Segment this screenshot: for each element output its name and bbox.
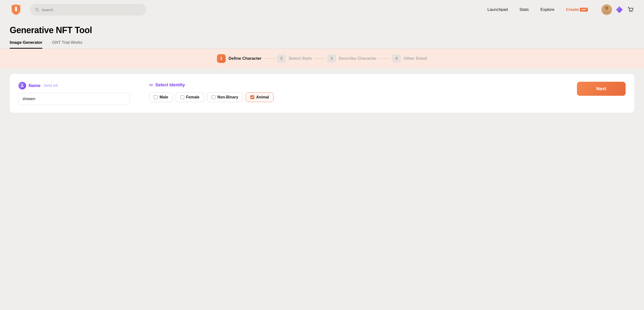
identity-option-female-label: Female [186,95,200,99]
identity-option-female[interactable]: Female [176,92,204,102]
step-3-number: 3 [327,54,336,63]
svg-point-4 [606,8,606,9]
svg-line-1 [38,11,39,12]
main-nav: Launchpad Stats Explore Create GNT [487,7,588,12]
step-4-label: Other Detail [404,56,427,61]
svg-point-5 [607,8,608,9]
search-icon [35,7,39,12]
step-divider-3 [379,58,390,59]
checkbox-animal[interactable] [250,95,254,99]
identity-section: ∞ Select Identity Male Female Non-Binary… [149,82,558,102]
step-2-label: Select Style [288,56,312,61]
header-right [602,4,634,15]
step-1[interactable]: 1 Define Character [217,54,262,63]
step-4-number: 4 [392,54,401,63]
step-1-number: 1 [217,54,226,63]
step-2[interactable]: 2 Select Style [277,54,312,63]
svg-point-0 [36,8,38,11]
tab-image-generator[interactable]: Image Generator [10,40,42,49]
diamond-icon[interactable] [616,6,623,13]
step-divider-2 [314,58,326,59]
identity-option-male[interactable]: Male [149,92,173,102]
name-input[interactable] [18,93,130,105]
checkbox-female[interactable] [180,95,184,99]
checkbox-non-binary[interactable] [212,95,216,99]
svg-point-7 [632,11,632,12]
checkbox-male[interactable] [154,95,158,99]
step-4[interactable]: 4 Other Detail [392,54,427,63]
name-label-text: Name [28,83,40,88]
infinity-icon: ∞ [149,82,153,88]
logo[interactable] [10,3,22,16]
identity-option-male-label: Male [160,95,168,99]
step-3[interactable]: 3 Describe Character [327,54,377,63]
step-2-number: 2 [277,54,286,63]
next-section: Next [577,82,626,96]
page-title-area: Generative NFT Tool [0,19,644,35]
step-1-label: Define Character [228,56,262,61]
tab-gnt-trial-works[interactable]: GNT Trial Works [52,40,82,49]
identity-option-non-binary-label: Non-Binary [218,95,238,99]
search-bar[interactable] [30,4,146,15]
search-input[interactable] [42,8,142,12]
step-3-label: Describe Character [339,56,377,61]
header: Launchpad Stats Explore Create GNT [0,0,644,19]
svg-point-6 [630,11,630,12]
identity-label-row: ∞ Select Identity [149,82,558,88]
name-section: Name 58/64 left [18,82,130,105]
nav-explore[interactable]: Explore [540,7,554,12]
svg-point-8 [22,84,23,86]
nav-launchpad[interactable]: Launchpad [487,7,508,12]
step-bar: 1 Define Character 2 Select Style 3 Desc… [0,49,644,68]
form-area: Name 58/64 left ∞ Select Identity Male F… [10,74,634,113]
identity-options: Male Female Non-Binary Animal [149,92,558,102]
name-count: 58/64 left [44,84,58,88]
identity-option-animal-label: Animal [256,95,269,99]
name-label-row: Name 58/64 left [18,82,130,89]
identity-label-text: Select Identity [156,82,185,88]
avatar[interactable] [602,4,612,15]
nav-stats[interactable]: Stats [519,7,529,12]
tabs: Image Generator GNT Trial Works [10,40,634,49]
next-button[interactable]: Next [577,82,626,96]
gnt-badge: GNT [580,8,588,12]
cart-icon[interactable] [626,6,634,13]
tabs-area: Image Generator GNT Trial Works [0,35,644,49]
name-icon [18,82,26,89]
step-divider-1 [264,58,275,59]
page-title: Generative NFT Tool [10,25,634,35]
identity-option-non-binary[interactable]: Non-Binary [207,92,243,102]
nav-create[interactable]: Create [566,7,579,12]
identity-option-animal[interactable]: Animal [246,92,274,102]
